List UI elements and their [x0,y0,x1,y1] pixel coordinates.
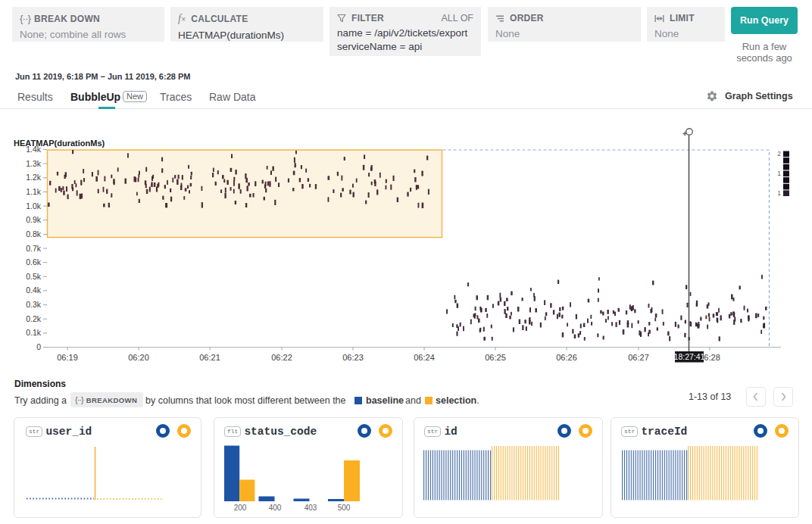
svg-text:200: 200 [234,504,247,512]
svg-text:403: 403 [304,504,317,512]
svg-text:0.1k: 0.1k [26,328,42,337]
svg-text:0.2k: 0.2k [26,314,42,323]
svg-text:06:23: 06:23 [342,353,364,362]
svg-text:18:27:41: 18:27:41 [674,352,705,361]
svg-text:0.8k: 0.8k [26,229,42,239]
svg-text:06:19: 06:19 [57,353,78,362]
svg-text:1.2k: 1.2k [26,173,42,182]
svg-text:06:25: 06:25 [485,353,506,362]
svg-text:1.1k: 1.1k [26,187,42,196]
svg-text:06:22: 06:22 [271,353,292,362]
svg-text:0.5k: 0.5k [26,272,42,281]
svg-text:1: 1 [777,189,781,197]
svg-text:400: 400 [269,504,282,512]
svg-text:1: 1 [777,170,781,177]
svg-text:06:26: 06:26 [556,353,577,362]
svg-text:1.3k: 1.3k [26,159,42,168]
svg-text:500: 500 [338,504,351,512]
svg-text:0.9k: 0.9k [26,215,42,224]
svg-text:0: 0 [36,342,41,351]
svg-text:06:24: 06:24 [414,353,435,362]
svg-text:1.4k: 1.4k [26,145,42,154]
svg-text:0.3k: 0.3k [26,300,42,309]
svg-text:06:27: 06:27 [628,353,649,362]
svg-text:06:21: 06:21 [199,353,220,362]
svg-text:0.6k: 0.6k [26,257,42,267]
svg-text:06:20: 06:20 [128,353,149,362]
svg-text:0.7k: 0.7k [26,244,42,253]
svg-text:2: 2 [777,150,781,158]
svg-text:1.0k: 1.0k [26,201,42,211]
svg-text:0.4k: 0.4k [26,285,42,295]
